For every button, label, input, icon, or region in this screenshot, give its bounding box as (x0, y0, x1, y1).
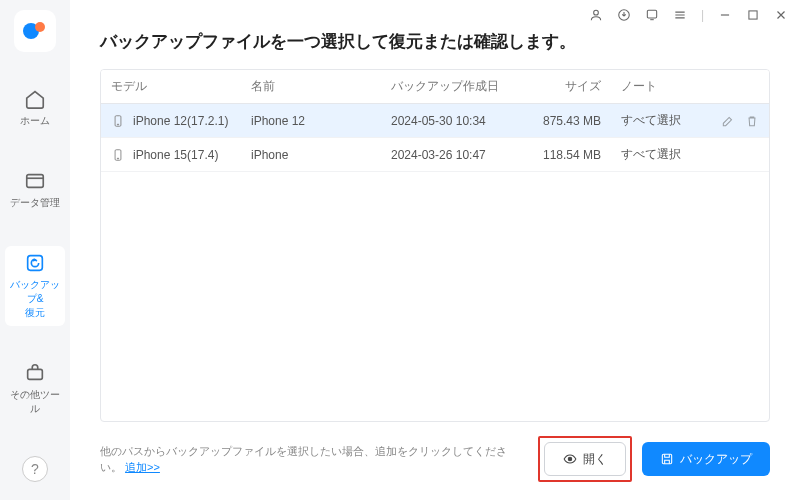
edit-icon[interactable] (721, 114, 735, 128)
sidebar-item-home[interactable]: ホーム (5, 82, 65, 134)
phone-icon (111, 114, 125, 128)
open-button-highlight: 開く (538, 436, 632, 482)
open-button-label: 開く (583, 451, 607, 468)
close-icon[interactable] (774, 8, 788, 22)
backup-table: モデル 名前 バックアップ作成日 サイズ ノート iPhone 12(17.2.… (100, 69, 770, 422)
svg-rect-3 (28, 256, 43, 271)
save-icon (660, 452, 674, 466)
sidebar-item-tools[interactable]: その他ツール (5, 356, 65, 422)
divider: | (701, 8, 704, 22)
svg-rect-7 (647, 10, 656, 18)
maximize-icon[interactable] (746, 8, 760, 22)
table-row[interactable]: iPhone 12(17.2.1) iPhone 12 2024-05-30 1… (101, 104, 769, 138)
sidebar-item-backup-restore[interactable]: バックアップ& 復元 (5, 246, 65, 326)
window-controls: | (589, 8, 788, 22)
sidebar-item-label: ホーム (20, 114, 50, 128)
main-panel: | バックアップファイルを一つ選択して復元または確認します。 モデル 名前 バッ… (70, 0, 800, 500)
cell-name: iPhone 12 (251, 114, 305, 128)
cell-model: iPhone 12(17.2.1) (133, 114, 228, 128)
th-size: サイズ (521, 70, 611, 103)
svg-point-10 (117, 123, 118, 124)
phone-icon (111, 148, 125, 162)
feedback-icon[interactable] (645, 8, 659, 22)
svg-point-12 (117, 157, 118, 158)
sidebar-item-label: その他ツール (7, 388, 63, 416)
svg-rect-4 (28, 369, 43, 379)
svg-rect-8 (749, 11, 757, 19)
footer: 他のパスからバックアップファイルを選択したい場合、追加をクリックしてください。 … (70, 422, 800, 500)
sidebar: ホーム データ管理 バックアップ& 復元 その他ツール ? (0, 0, 70, 500)
minimize-icon[interactable] (718, 8, 732, 22)
th-model: モデル (101, 70, 241, 103)
th-note: ノート (611, 70, 691, 103)
add-link[interactable]: 追加>> (125, 461, 160, 473)
eye-icon (563, 452, 577, 466)
table-header: モデル 名前 バックアップ作成日 サイズ ノート (101, 70, 769, 104)
sidebar-item-data[interactable]: データ管理 (5, 164, 65, 216)
footer-hint: 他のパスからバックアップファイルを選択したい場合、追加をクリックしてください。 … (100, 443, 528, 476)
backup-button[interactable]: バックアップ (642, 442, 770, 476)
sidebar-item-label: データ管理 (10, 196, 60, 210)
th-actions (691, 70, 769, 103)
user-icon[interactable] (589, 8, 603, 22)
cell-name: iPhone (251, 148, 288, 162)
download-icon[interactable] (617, 8, 631, 22)
svg-point-5 (594, 10, 599, 15)
help-button[interactable]: ? (22, 456, 48, 482)
app-logo (14, 10, 56, 52)
delete-icon[interactable] (745, 114, 759, 128)
cell-note: すべて選択 (621, 112, 681, 129)
th-date: バックアップ作成日 (381, 70, 521, 103)
cell-size: 875.43 MB (543, 114, 601, 128)
menu-icon[interactable] (673, 8, 687, 22)
backup-button-label: バックアップ (680, 451, 752, 468)
svg-point-13 (568, 457, 572, 461)
th-name: 名前 (241, 70, 381, 103)
svg-point-1 (35, 22, 45, 32)
cell-date: 2024-03-26 10:47 (391, 148, 486, 162)
svg-rect-14 (662, 454, 671, 463)
cell-date: 2024-05-30 10:34 (391, 114, 486, 128)
cell-model: iPhone 15(17.4) (133, 148, 218, 162)
hint-text: 他のパスからバックアップファイルを選択したい場合、追加をクリックしてください。 (100, 445, 507, 474)
cell-size: 118.54 MB (543, 148, 601, 162)
table-row[interactable]: iPhone 15(17.4) iPhone 2024-03-26 10:47 … (101, 138, 769, 172)
sidebar-item-label: バックアップ& 復元 (7, 278, 63, 320)
open-button[interactable]: 開く (544, 442, 626, 476)
cell-note: すべて選択 (621, 146, 681, 163)
svg-rect-2 (27, 175, 44, 188)
